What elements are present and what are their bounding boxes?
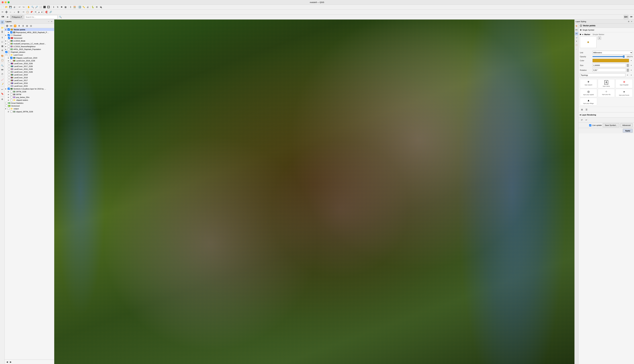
layer-item-lc2015-3106[interactable]: LandCover_2015_3106 [7,70,54,73]
style-abc-btn[interactable]: abc [575,28,578,32]
move-down-btn[interactable]: ⬇ [21,24,25,28]
delete-selected-btn[interactable]: 🗑 [16,10,20,14]
layer-item-dissolved[interactable]: ▶ Dissolved [5,34,54,36]
marker-expand-icon[interactable]: ▶ [580,33,581,36]
select-btn[interactable]: 🖱 [56,5,60,9]
layers-icon[interactable]: ☰ [0,20,4,24]
undo-history-icon[interactable]: ↩ [0,87,4,91]
overview-icon[interactable]: 🗺 [0,68,4,72]
collapse-all-btn[interactable]: ⊟ [29,24,33,28]
layer-item-lc2015[interactable]: LandCover_2015 [7,84,54,87]
zoom-layer-btn[interactable]: ⬛ [43,5,46,9]
map-plugin-btn[interactable]: 🗺 [629,15,633,19]
node-tool-btn[interactable]: ⬦ [12,10,16,14]
map-canvas-area[interactable] [54,20,574,364]
attribute-icon[interactable]: ▦ [0,44,4,48]
minimize-button[interactable] [5,1,6,3]
symbol-topo-camp[interactable]: A topo camp [598,79,615,88]
map-tools-btn[interactable]: 🗺 [1,15,5,19]
layer-item-output[interactable]: ▶ 📁 output [5,107,54,110]
add-layer-btn[interactable]: ➕ [5,24,9,28]
layer-checkbox-lc2018[interactable] [8,76,10,78]
identify-btn[interactable]: ℹ [52,5,56,9]
layer-checkbox-srtm-3106[interactable] [10,90,12,93]
symbol-topo-hospital[interactable]: ⊕ topo hospital [616,79,633,88]
layer-item-sentinel[interactable]: ▶ Sentinel-2 cloudless layer for 2019 by… [5,87,54,90]
country-selector[interactable]: Philippines ▾ [10,15,24,19]
opacity-slider-thumb[interactable] [623,56,624,58]
close-button[interactable] [2,1,4,3]
layer-checkbox-zonal-stats[interactable] [5,102,8,104]
layer-checkbox-lc2018-3106[interactable] [8,62,10,64]
print-btn[interactable]: 🖨 [86,5,90,9]
style-icon[interactable]: 🎨 [0,54,4,58]
cut-features-btn[interactable]: ✂ [22,10,25,14]
locator-icon[interactable]: 🔍 [0,64,4,68]
history-btn[interactable]: ↩ [584,118,588,122]
layer-checkbox-hrsl[interactable] [8,48,10,50]
size-up-btn[interactable]: ▲ [627,64,629,65]
measure-btn[interactable]: 📏 [82,5,86,9]
layer-checkbox-clipped-lc2019[interactable] [10,57,12,59]
layer-item-lc2018-3106[interactable]: LandCover_2018_3106 [7,62,54,65]
layer-item-clipped-srtm[interactable]: ▶ clipped_SRTM_3106 [7,110,54,113]
layer-rendering-header[interactable]: ▶ Layer Rendering [580,113,633,116]
zoom-out-btn[interactable]: 🔎 [35,5,38,9]
rotation-up-btn[interactable]: ▲ [627,68,629,70]
layers-collapse-btn[interactable]: ─ [47,20,50,23]
advanced-btn[interactable]: Advanced [620,123,633,127]
symbol-topo-pop-house[interactable]: • topo pop house [616,89,633,97]
layer-checkbox-clipped-rasters[interactable] [10,99,12,101]
expand-all-btn[interactable]: ⊞ [25,24,29,28]
color-options-btn[interactable]: ▾ [630,59,633,62]
redo-btn[interactable]: ↪ [22,5,25,9]
add-feature-btn[interactable]: ➕ [5,10,8,14]
layer-checkbox-lc2015-3106[interactable] [8,71,10,73]
processing-btn[interactable]: ⚙ [95,5,98,9]
layer-checkbox-pop-below[interactable] [10,96,12,98]
digitize-btn[interactable]: ✏ [1,10,4,14]
zoom-full-btn[interactable]: ⬜ [39,5,42,9]
layer-item-lc2017[interactable]: LandCover_2017 [7,79,54,82]
layer-checkbox-reprojected[interactable] [10,31,12,34]
save-symbol-btn[interactable]: Save Symbol... [603,123,619,127]
layer-item-lc2019[interactable]: LandCover_2019 [7,73,54,76]
opacity-slider-track[interactable] [592,56,624,57]
layer-item-lc2019-3106[interactable]: ▶ LandCover_2019_3106 [7,59,54,62]
size-input[interactable] [592,64,626,67]
scroll-right-btn[interactable]: ▶ [9,360,12,364]
layer-item-vectorized-red[interactable]: Vectorized [7,36,54,40]
layer-item-lc2019-nn[interactable]: ▶ LC2019_NearestNeighbour [5,45,54,48]
edc-plugin-btn[interactable]: EDC [624,15,628,19]
expand-arrow[interactable]: ▶ [5,29,7,30]
symbol-topo-pop-city[interactable]: ○ topo pop city [598,89,615,97]
style-legend-btn[interactable]: 📋 [575,43,578,47]
search-input[interactable] [24,15,58,19]
style-3d-btn[interactable]: 3D [575,32,578,35]
snap-btn[interactable]: 🧲 [45,10,48,14]
layer-checkbox-lc2019-nn[interactable] [8,45,10,48]
size-down-btn[interactable]: ▼ [627,65,629,67]
list-view-btn[interactable]: ☰ [584,108,588,112]
layer-checkbox-lc2017-3106[interactable] [8,65,10,67]
layer-checkbox-module9-temp[interactable] [8,42,10,45]
layer-checkbox-vectorized-green[interactable] [5,105,8,107]
layer-checkbox-vector-points[interactable] [8,28,10,30]
timeline-icon[interactable]: ⏱ [0,72,4,76]
label-btn[interactable]: 🔤 [78,5,82,9]
symbol-search-input[interactable] [580,73,626,77]
layer-checkbox-sentinel[interactable] [8,88,10,90]
plugins-btn[interactable]: 🔌 [99,5,102,9]
coordinate-btn[interactable]: ⊕ [6,15,9,19]
size-options-btn[interactable]: ▾ [630,64,633,67]
zoom-selection-btn[interactable]: 🔲 [47,5,50,9]
add-symbol-layer-btn[interactable]: + [598,36,601,40]
new-project-btn[interactable]: 📄 [1,5,4,9]
layer-item-srtm-3106[interactable]: ▶ SRTM_3106 [7,90,54,93]
style-info-btn[interactable]: ℹ [575,40,578,43]
layer-checkbox-dissolved[interactable] [8,34,10,36]
layer-item-srtm[interactable]: ▶ SRTM [7,93,54,96]
move-up-btn[interactable]: ⬆ [17,24,21,28]
layer-item-lc2018[interactable]: LandCover_2018 [7,76,54,79]
layer-checkbox-vectorized-red[interactable] [8,37,10,39]
